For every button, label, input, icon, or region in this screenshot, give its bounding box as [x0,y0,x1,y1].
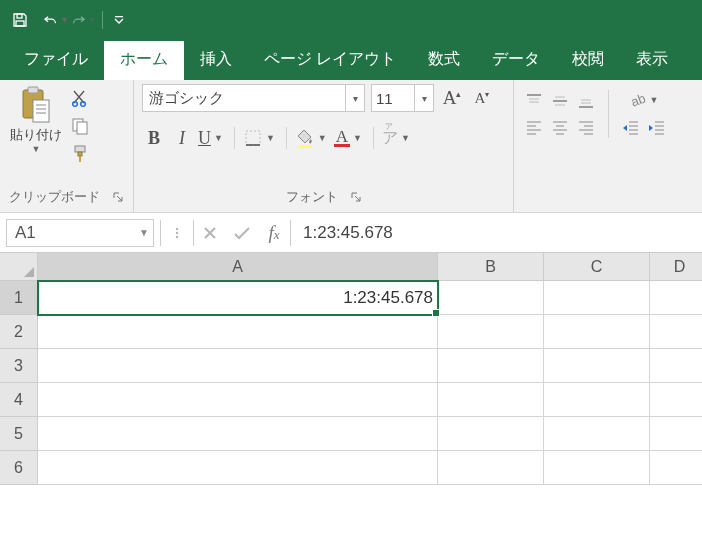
phonetic-button[interactable]: アア▼ [382,126,413,150]
cell-B6[interactable] [438,451,544,485]
cell-A3[interactable] [38,349,438,383]
row-header-4[interactable]: 4 [0,383,38,417]
cell-B3[interactable] [438,349,544,383]
cell-D5[interactable] [650,417,702,451]
quick-access-toolbar: ▼ ▼ [0,0,702,40]
cell-D4[interactable] [650,383,702,417]
tab-view[interactable]: 表示 [620,41,684,80]
formula-bar-input[interactable]: 1:23:45.678 [291,223,702,243]
cell-D2[interactable] [650,315,702,349]
cell-B4[interactable] [438,383,544,417]
tab-data[interactable]: データ [476,41,556,80]
increase-indent-icon[interactable] [645,116,669,140]
column-header-D[interactable]: D [650,253,702,281]
ribbon: 貼り付け ▼ クリップボード 游ゴシック ▾ [0,80,702,213]
insert-function-icon[interactable]: fx [258,217,290,249]
clipboard-dialog-launcher[interactable] [112,191,124,203]
cell-C1[interactable] [544,281,650,315]
column-header-C[interactable]: C [544,253,650,281]
fill-color-button[interactable]: ▼ [295,126,330,150]
row-header-2[interactable]: 2 [0,315,38,349]
bold-button[interactable]: B [142,126,166,150]
align-right-icon[interactable] [574,115,598,139]
font-dialog-launcher[interactable] [350,191,362,203]
tab-formulas[interactable]: 数式 [412,41,476,80]
svg-point-50 [176,231,178,233]
align-top-icon[interactable] [522,89,546,113]
orientation-button[interactable]: ab▼ [627,88,662,112]
decrease-font-icon[interactable]: A▾ [470,86,494,110]
border-button[interactable]: ▼ [243,126,278,150]
row-header-1[interactable]: 1 [0,281,38,315]
cell-C5[interactable] [544,417,650,451]
cell-B2[interactable] [438,315,544,349]
column-header-A[interactable]: A [38,253,438,281]
decrease-indent-icon[interactable] [619,116,643,140]
svg-rect-16 [246,131,260,145]
save-icon[interactable] [6,6,34,34]
svg-point-51 [176,235,178,237]
enter-formula-icon[interactable] [226,217,258,249]
name-box[interactable]: A1 ▼ [6,219,154,247]
cell-D3[interactable] [650,349,702,383]
paste-button[interactable]: 貼り付け ▼ [8,84,64,154]
tab-home[interactable]: ホーム [104,41,184,80]
cell-A1[interactable]: 1:23:45.678 [38,281,438,315]
undo-button[interactable]: ▼ [44,6,72,34]
font-color-button[interactable]: A▼ [334,126,365,150]
cell-D6[interactable] [650,451,702,485]
cancel-formula-icon[interactable] [194,217,226,249]
formula-dropdown-icon[interactable] [161,217,193,249]
cell-C4[interactable] [544,383,650,417]
increase-font-icon[interactable]: A▴ [440,86,464,110]
ribbon-tabstrip: ファイル ホーム 挿入 ページ レイアウト 数式 データ 校閲 表示 [0,40,702,80]
svg-point-10 [81,102,86,107]
font-group-label: フォント [286,188,338,206]
customize-qat-button[interactable] [105,6,133,34]
cell-A2[interactable] [38,315,438,349]
svg-rect-15 [79,156,81,162]
align-middle-icon[interactable] [548,89,572,113]
cut-icon[interactable] [68,86,92,110]
font-size-value: 11 [372,90,414,107]
font-size-dropdown[interactable]: ▾ [414,85,433,111]
select-all-corner[interactable] [0,253,38,281]
italic-button[interactable]: I [170,126,194,150]
row-header-6[interactable]: 6 [0,451,38,485]
tab-page-layout[interactable]: ページ レイアウト [248,41,412,80]
redo-button[interactable]: ▼ [72,6,100,34]
cell-C6[interactable] [544,451,650,485]
svg-rect-14 [78,152,82,156]
svg-text:ab: ab [628,91,646,110]
cell-D1[interactable] [650,281,702,315]
copy-icon[interactable] [68,114,92,138]
cell-A4[interactable] [38,383,438,417]
cell-C3[interactable] [544,349,650,383]
tab-review[interactable]: 校閲 [556,41,620,80]
font-name-dropdown[interactable]: ▾ [345,85,364,111]
cell-C2[interactable] [544,315,650,349]
font-name-combo[interactable]: 游ゴシック ▾ [142,84,365,112]
row-header-3[interactable]: 3 [0,349,38,383]
underline-button[interactable]: U▼ [198,126,226,150]
svg-rect-2 [115,16,123,17]
tab-file[interactable]: ファイル [8,41,104,80]
cell-B5[interactable] [438,417,544,451]
align-bottom-icon[interactable] [574,89,598,113]
tab-insert[interactable]: 挿入 [184,41,248,80]
align-left-icon[interactable] [522,115,546,139]
cell-B1[interactable] [438,281,544,315]
clipboard-group-label: クリップボード [9,188,100,206]
cell-A5[interactable] [38,417,438,451]
svg-point-49 [176,227,178,229]
font-name-value: 游ゴシック [143,89,345,108]
format-painter-icon[interactable] [68,142,92,166]
paste-label: 貼り付け [10,126,62,144]
align-center-icon[interactable] [548,115,572,139]
svg-rect-12 [77,122,87,134]
svg-rect-0 [17,14,22,18]
cell-A6[interactable] [38,451,438,485]
row-header-5[interactable]: 5 [0,417,38,451]
font-size-combo[interactable]: 11 ▾ [371,84,434,112]
column-header-B[interactable]: B [438,253,544,281]
